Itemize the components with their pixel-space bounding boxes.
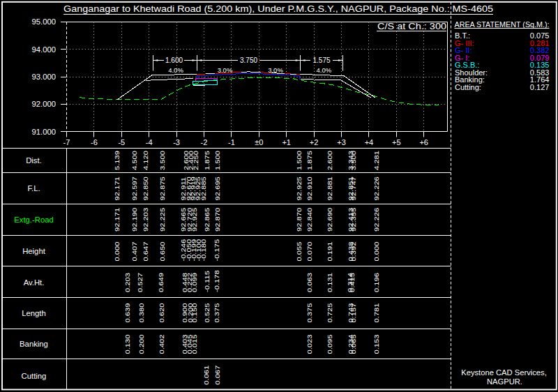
svg-text:1.500: 1.500 xyxy=(213,151,220,170)
svg-text:4.0%: 4.0% xyxy=(168,66,183,74)
svg-text:0.203: 0.203 xyxy=(124,273,131,292)
svg-text:1.600: 1.600 xyxy=(165,56,183,64)
svg-text:+3: +3 xyxy=(337,138,346,146)
svg-text:91.000: 91.000 xyxy=(31,128,56,136)
svg-text:92.870: 92.870 xyxy=(296,207,303,232)
svg-text:2.600: 2.600 xyxy=(326,151,333,170)
svg-text:4.281: 4.281 xyxy=(373,151,380,170)
svg-text:1.875: 1.875 xyxy=(306,151,313,170)
svg-text:0.392: 0.392 xyxy=(349,241,356,261)
svg-text:0.070: 0.070 xyxy=(306,241,313,261)
svg-text:0.639: 0.639 xyxy=(124,303,131,322)
svg-text:0.095: 0.095 xyxy=(326,334,333,354)
svg-text:92.690: 92.690 xyxy=(326,207,333,232)
svg-text:-4: -4 xyxy=(146,138,153,146)
svg-text:3.500: 3.500 xyxy=(349,151,356,170)
svg-text:92.881: 92.881 xyxy=(326,176,333,201)
svg-text:92.840: 92.840 xyxy=(306,207,313,232)
svg-text:Av.Ht.: Av.Ht. xyxy=(24,278,45,287)
svg-text:0.153: 0.153 xyxy=(373,334,380,354)
svg-text:0.131: 0.131 xyxy=(326,273,333,292)
svg-text:Extg.-Road: Extg.-Road xyxy=(14,216,54,224)
svg-text:-2: -2 xyxy=(201,138,208,146)
svg-text:-1: -1 xyxy=(228,138,235,146)
svg-text:92.203: 92.203 xyxy=(142,207,149,232)
svg-text:Keystone CAD Services,: Keystone CAD Services, xyxy=(461,368,547,377)
svg-text:92.925: 92.925 xyxy=(191,207,198,232)
svg-text:1.500: 1.500 xyxy=(296,151,303,170)
svg-text:+6: +6 xyxy=(419,138,428,146)
svg-text:92.695: 92.695 xyxy=(213,176,220,201)
svg-text:Banking: Banking xyxy=(20,340,48,348)
svg-text:0.620: 0.620 xyxy=(158,303,165,322)
svg-text:92.190: 92.190 xyxy=(131,207,138,232)
svg-text:3.500: 3.500 xyxy=(159,151,166,170)
svg-text:0.375: 0.375 xyxy=(306,303,313,322)
svg-text:F.L.: F.L. xyxy=(27,184,40,193)
svg-text:0.055: 0.055 xyxy=(296,241,303,261)
svg-text:92.865: 92.865 xyxy=(204,207,211,232)
svg-text:92.225: 92.225 xyxy=(159,207,166,232)
svg-text:92.597: 92.597 xyxy=(131,176,138,201)
svg-text:92.000: 92.000 xyxy=(31,100,56,108)
svg-text:0.649: 0.649 xyxy=(158,273,165,292)
svg-text:0.527: 0.527 xyxy=(137,273,144,292)
svg-text:92.885: 92.885 xyxy=(199,176,206,201)
svg-text:0.380: 0.380 xyxy=(138,303,145,322)
svg-text:92.226: 92.226 xyxy=(373,207,380,232)
svg-text:0.157: 0.157 xyxy=(349,303,356,322)
svg-text:-6: -6 xyxy=(91,138,98,146)
svg-text:0.099: 0.099 xyxy=(190,273,197,292)
svg-text:±0: ±0 xyxy=(255,138,263,146)
svg-text:92.875: 92.875 xyxy=(159,176,166,201)
svg-text:-0.175: -0.175 xyxy=(213,239,220,262)
svg-text:92.850: 92.850 xyxy=(142,176,149,201)
svg-text:1.575: 1.575 xyxy=(312,56,330,64)
svg-text:95.000: 95.000 xyxy=(31,17,56,26)
svg-text:2.250: 2.250 xyxy=(193,151,199,170)
svg-text:0.063: 0.063 xyxy=(306,273,313,292)
svg-text:3.0%: 3.0% xyxy=(218,66,233,74)
svg-text:-0.178: -0.178 xyxy=(213,270,220,292)
svg-text:+5: +5 xyxy=(392,138,401,146)
svg-text:92.747: 92.747 xyxy=(349,176,356,201)
svg-text:0.130: 0.130 xyxy=(124,334,131,354)
svg-text:0.407: 0.407 xyxy=(131,241,138,261)
svg-text:-3: -3 xyxy=(173,138,180,146)
svg-text:92.870: 92.870 xyxy=(213,207,220,232)
svg-text:92.171: 92.171 xyxy=(114,176,121,201)
svg-text:0.067: 0.067 xyxy=(214,365,221,384)
svg-text:-0.115: -0.115 xyxy=(204,271,211,292)
svg-text:0.525: 0.525 xyxy=(204,303,211,322)
svg-text:0.647: 0.647 xyxy=(142,241,149,261)
svg-text:AREA STATEMENT (Sq.M.):: AREA STATEMENT (Sq.M.): xyxy=(455,20,550,29)
svg-text:0.200: 0.200 xyxy=(138,334,145,354)
svg-text:0.375: 0.375 xyxy=(213,303,220,322)
svg-text:94.000: 94.000 xyxy=(31,45,56,54)
svg-text:93.000: 93.000 xyxy=(31,73,56,81)
svg-text:0.191: 0.191 xyxy=(326,241,333,261)
svg-text:0.000: 0.000 xyxy=(114,241,121,261)
svg-text:92.910: 92.910 xyxy=(306,176,313,201)
svg-text:0.061: 0.061 xyxy=(203,365,210,384)
svg-text:+4: +4 xyxy=(365,138,374,146)
svg-text:-5: -5 xyxy=(118,138,125,146)
svg-text:0.402: 0.402 xyxy=(158,334,165,354)
svg-text:1.875: 1.875 xyxy=(204,151,211,170)
svg-text:-7: -7 xyxy=(63,138,70,146)
svg-text:4.0%: 4.0% xyxy=(317,66,332,74)
svg-text:0.415: 0.415 xyxy=(349,273,356,292)
svg-text:0.015: 0.015 xyxy=(191,334,198,354)
svg-text:0.065: 0.065 xyxy=(349,334,356,354)
svg-text:0.781: 0.781 xyxy=(373,303,380,322)
svg-text:92.226: 92.226 xyxy=(373,176,380,201)
svg-text:0.127: 0.127 xyxy=(530,83,550,91)
svg-text:0.000: 0.000 xyxy=(373,241,380,261)
svg-text:Cutting:: Cutting: xyxy=(455,83,481,91)
svg-text:3.750: 3.750 xyxy=(240,56,257,64)
svg-text:-0.180: -0.180 xyxy=(199,239,206,262)
svg-text:+1: +1 xyxy=(282,138,291,146)
svg-text:Length: Length xyxy=(22,309,46,317)
svg-text:+2: +2 xyxy=(310,138,319,146)
svg-text:Dist.: Dist. xyxy=(26,156,42,165)
